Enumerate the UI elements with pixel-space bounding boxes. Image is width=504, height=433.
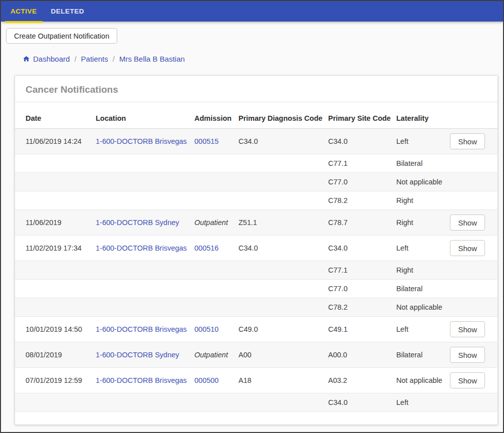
admission-link[interactable]: 000516: [194, 244, 218, 252]
cell-date: 11/02/2019 17:34: [26, 244, 82, 252]
breadcrumb-label: Dashboard: [33, 55, 70, 63]
cell-primary-site-code: C77.1: [328, 159, 348, 167]
cell-primary-site-code: C34.0: [328, 244, 348, 252]
cell-laterality: Left: [396, 398, 408, 406]
cell-primary-site-code: C77.0: [328, 178, 348, 186]
table-row: C77.1Right: [15, 261, 497, 280]
header-admission: Admission: [194, 114, 238, 122]
cell-actions: Show: [450, 347, 485, 363]
table-row: 11/06/2019 14:241-600-DOCTORB Brisvegas0…: [15, 129, 497, 154]
card-title: Cancer Notifications: [15, 76, 497, 102]
admission-link[interactable]: 000515: [194, 137, 218, 145]
cell-primary-diagnosis-code: C34.0: [238, 244, 258, 252]
cell-date: 08/01/2019: [26, 351, 62, 359]
cell-date: 07/01/2019 12:59: [26, 376, 82, 384]
show-button[interactable]: Show: [450, 372, 485, 388]
cell-primary-site-code: C34.0: [328, 398, 348, 406]
header-primary-site-code: Primary Site Code: [328, 114, 396, 122]
table-body: 11/06/2019 14:241-600-DOCTORB Brisvegas0…: [15, 129, 497, 412]
header-location: Location: [96, 114, 194, 122]
table-row: 07/01/2019 12:591-600-DOCTORB Brisvegas0…: [15, 368, 497, 393]
show-button[interactable]: Show: [450, 240, 485, 256]
breadcrumb: Dashboard / Patients / Mrs Bella B Basti…: [23, 55, 503, 63]
cell-primary-diagnosis-code: Z51.1: [238, 219, 257, 227]
cancer-notifications-card: Cancer Notifications Date Location Admis…: [15, 75, 498, 425]
table-row: C78.2Right: [15, 191, 497, 210]
cell-primary-diagnosis-code: C49.0: [238, 325, 258, 333]
cell-primary-site-code: C34.0: [328, 137, 348, 145]
cell-laterality: Bilateral: [396, 159, 422, 167]
header-date: Date: [26, 114, 96, 122]
table-row: C34.0Left: [15, 393, 497, 412]
cell-date: 10/01/2019 14:50: [26, 325, 82, 333]
cell-laterality: Right: [396, 219, 413, 227]
tab-deleted[interactable]: DELETED: [46, 1, 90, 22]
cell-laterality: Left: [396, 137, 408, 145]
location-link[interactable]: 1-600-DOCTORB Brisvegas: [96, 244, 187, 252]
table-header-row: Date Location Admission Primary Diagnosi…: [15, 102, 497, 129]
breadcrumb-dashboard[interactable]: Dashboard: [23, 55, 70, 63]
table-row: C77.0Not applicable: [15, 173, 497, 191]
show-button[interactable]: Show: [450, 347, 485, 363]
cell-laterality: Bilateral: [396, 351, 422, 359]
home-icon: [23, 55, 30, 63]
breadcrumb-separator: /: [74, 55, 76, 63]
cell-primary-site-code: C78.7: [328, 219, 348, 227]
table-row: C78.2Not applicable: [15, 298, 497, 317]
admission-type: Outpatient: [194, 219, 228, 227]
location-link[interactable]: 1-600-DOCTORB Brisvegas: [96, 325, 187, 333]
breadcrumb-separator: /: [113, 55, 115, 63]
location-link[interactable]: 1-600-DOCTORB Sydney: [96, 351, 179, 359]
location-link[interactable]: 1-600-DOCTORB Brisvegas: [96, 376, 187, 384]
cell-primary-site-code: C49.1: [328, 325, 348, 333]
create-outpatient-notification-button[interactable]: Create Outpatient Notification: [6, 28, 117, 44]
admission-link[interactable]: 000500: [194, 376, 218, 384]
cell-primary-site-code: C77.1: [328, 266, 348, 274]
cell-laterality: Left: [396, 325, 408, 333]
cell-primary-site-code: A00.0: [328, 351, 347, 359]
cell-laterality: Bilateral: [396, 285, 422, 293]
cell-date: 11/06/2019: [26, 219, 62, 227]
show-button[interactable]: Show: [450, 133, 485, 149]
cell-date: 11/06/2019 14:24: [26, 137, 82, 145]
cell-primary-site-code: C78.2: [328, 196, 348, 204]
table-row: 11/02/2019 17:341-600-DOCTORB Brisvegas0…: [15, 236, 497, 261]
show-button[interactable]: Show: [450, 321, 485, 337]
show-button[interactable]: Show: [450, 214, 485, 231]
cell-primary-site-code: C78.2: [328, 303, 348, 311]
cell-laterality: Right: [396, 196, 413, 204]
admission-link[interactable]: 000510: [194, 325, 218, 333]
cell-actions: Show: [450, 133, 485, 149]
app-window: ACTIVE DELETED Create Outpatient Notific…: [0, 0, 504, 433]
location-link[interactable]: 1-600-DOCTORB Sydney: [96, 219, 179, 227]
table-row: 11/06/20191-600-DOCTORB SydneyOutpatient…: [15, 210, 497, 236]
table-row: C77.1Bilateral: [15, 154, 497, 173]
breadcrumb-label: Mrs Bella B Bastian: [119, 55, 185, 63]
cell-actions: Show: [450, 240, 485, 256]
cell-laterality: Not applicable: [396, 303, 442, 311]
cell-primary-diagnosis-code: C34.0: [238, 137, 258, 145]
header-laterality: Laterality: [396, 114, 455, 122]
cell-laterality: Left: [396, 244, 408, 252]
cell-laterality: Not applicable: [396, 376, 442, 384]
cell-actions: Show: [450, 321, 485, 337]
breadcrumb-patient-name[interactable]: Mrs Bella B Bastian: [119, 55, 185, 63]
table-row: 10/01/2019 14:501-600-DOCTORB Brisvegas0…: [15, 317, 497, 342]
table-row: 08/01/20191-600-DOCTORB SydneyOutpatient…: [15, 342, 497, 368]
cell-primary-diagnosis-code: A00: [238, 351, 251, 359]
cell-laterality: Right: [396, 266, 413, 274]
cell-actions: Show: [450, 214, 485, 231]
location-link[interactable]: 1-600-DOCTORB Brisvegas: [96, 137, 187, 145]
header-primary-diagnosis-code: Primary Diagnosis Code: [238, 114, 328, 122]
cell-primary-site-code: A03.2: [328, 376, 347, 384]
admission-type: Outpatient: [194, 351, 228, 359]
tab-bar: ACTIVE DELETED: [1, 1, 503, 22]
cell-laterality: Not applicable: [396, 178, 442, 186]
cell-actions: Show: [450, 372, 485, 388]
table-row: C77.0Bilateral: [15, 280, 497, 298]
breadcrumb-label: Patients: [81, 55, 108, 63]
breadcrumb-patients[interactable]: Patients: [81, 55, 108, 63]
tab-active[interactable]: ACTIVE: [5, 1, 43, 22]
cell-primary-site-code: C77.0: [328, 285, 348, 293]
cell-primary-diagnosis-code: A18: [238, 376, 251, 384]
